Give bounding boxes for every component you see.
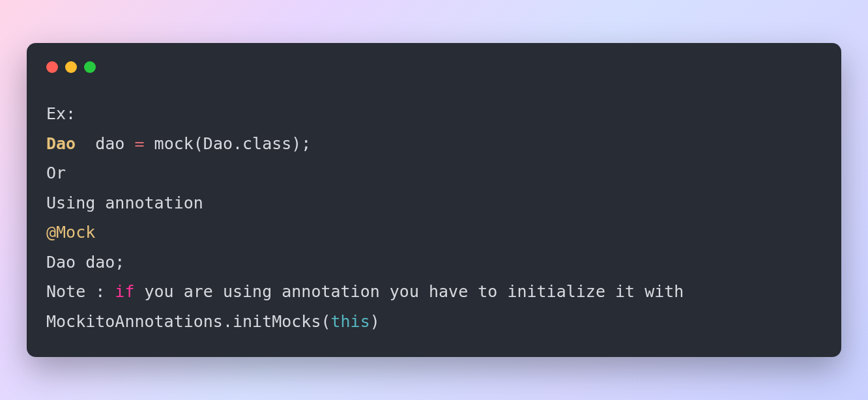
- code-line: Note : if you are using annotation you h…: [46, 277, 822, 307]
- code-token: Ex:: [46, 104, 76, 123]
- code-token: you are using annotation you have to ini…: [134, 282, 684, 301]
- minimize-icon[interactable]: [65, 61, 77, 73]
- code-token: if: [115, 282, 134, 301]
- code-token: this: [331, 312, 370, 331]
- code-line: Dao dao = mock(Dao.class);: [46, 129, 822, 159]
- code-content: Ex:Dao dao = mock(Dao.class);OrUsing ann…: [46, 99, 822, 336]
- code-token: Dao: [46, 134, 76, 153]
- code-token: MockitoAnnotations.initMocks(: [46, 312, 331, 331]
- code-line: @Mock: [46, 218, 822, 248]
- code-token: Using annotation: [46, 193, 203, 212]
- code-token: ): [370, 312, 380, 331]
- code-token: mock(Dao.class);: [145, 134, 311, 153]
- code-token: @Mock: [46, 223, 95, 242]
- code-line: Using annotation: [46, 188, 822, 218]
- code-token: =: [134, 134, 144, 153]
- code-line: Or: [46, 158, 822, 188]
- code-token: dao: [76, 134, 134, 153]
- code-line: Ex:: [46, 99, 822, 129]
- traffic-lights: [46, 61, 822, 73]
- code-line: MockitoAnnotations.initMocks(this): [46, 307, 822, 337]
- code-line: Dao dao;: [46, 248, 822, 278]
- code-token: Note :: [46, 282, 115, 301]
- close-icon[interactable]: [46, 61, 58, 73]
- code-token: Or: [46, 164, 66, 182]
- code-token: Dao dao;: [46, 253, 124, 272]
- code-window: Ex:Dao dao = mock(Dao.class);OrUsing ann…: [27, 43, 841, 357]
- maximize-icon[interactable]: [84, 61, 96, 73]
